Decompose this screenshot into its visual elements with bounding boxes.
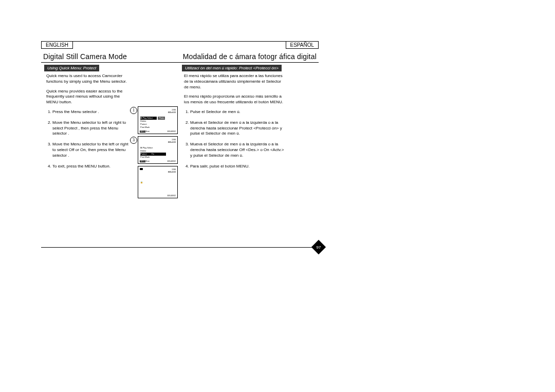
intro-es-2: El menú rápido proporciona un acceso más… <box>184 94 287 105</box>
step-en-4: To exit, press the MENU button. <box>52 164 133 170</box>
lcd-screen-final: 2/46 800x600 🔒 100-0002 <box>138 166 178 198</box>
resolution: 800x600 <box>168 111 176 114</box>
manual-page: ENGLISH ESPAÑOL Digital Still Camera Mod… <box>41 41 319 248</box>
subheading-spanish: Utilizaci ón del men ú rápido: Protect <… <box>182 65 282 71</box>
title-bar: Digital Still Camera Mode Modalidad de c… <box>41 50 319 63</box>
title-english: Digital Still Camera Mode <box>43 52 127 61</box>
steps-spanish: Pulse el Selector de men ú. Mueva el Sel… <box>184 109 287 169</box>
intro-en-1: Quick menu is used to access Camcorder f… <box>46 73 133 85</box>
menu-printmark: Print Mark <box>140 126 176 129</box>
menu-printmark: Print Mark <box>140 156 176 159</box>
file-number: 100-0002 <box>167 194 176 197</box>
step-en-1: Press the Menu selector . <box>52 109 133 115</box>
body-english: Quick menu is used to access Camcorder f… <box>46 73 133 174</box>
lcd-mockups: 1 2/46 800x600 M.Play SelectPhoto Delete… <box>138 106 179 200</box>
battery-icon <box>140 168 143 170</box>
lock-icon: 🔒 <box>140 181 143 183</box>
intro-en-2: Quick menu provides easier access to the… <box>46 89 133 105</box>
body-spanish: El menú rápido se utiliza para acceder a… <box>184 73 287 174</box>
menu-photo: Photo <box>158 117 165 120</box>
file-number: 100-0002 <box>167 130 176 133</box>
language-label-english: ENGLISH <box>41 41 73 49</box>
resolution: 800x600 <box>168 141 176 143</box>
menu-badge: MENU <box>140 130 145 133</box>
page-number-badge: 97 <box>311 240 326 254</box>
step-marker-3: 3 <box>130 137 137 144</box>
subheading-english: Using Quick Menu: Protect <box>44 65 99 71</box>
exit-label: Exit <box>146 160 150 162</box>
step-es-3: Mueva el Selector de men ú a la izquierd… <box>190 142 287 158</box>
lcd-screen-1: 1 2/46 800x600 M.Play SelectPhoto Delete… <box>138 106 178 134</box>
page-number: 97 <box>317 245 321 250</box>
lcd-screen-3: 3 2/46 800x600 M.Play Select Delete Prot… <box>138 136 178 164</box>
steps-english: Press the Menu selector . Move the Menu … <box>46 109 133 169</box>
step-en-2: Move the Menu selector to left or right … <box>52 120 133 137</box>
step-es-4: Para salir, pulse el botón MENU. <box>190 164 287 170</box>
step-es-1: Pulse el Selector de men ú. <box>190 109 287 115</box>
resolution: 800x600 <box>168 171 176 173</box>
step-es-2: Mueva el Selector de men ú a la izquierd… <box>190 120 287 137</box>
exit-label: Exit <box>146 130 150 133</box>
step-en-3: Move the Menu selector to the left or ri… <box>52 142 133 158</box>
step-marker-1: 1 <box>130 107 137 114</box>
file-number: 100-0002 <box>167 160 176 162</box>
language-label-spanish: ESPAÑOL <box>286 41 319 49</box>
intro-es-1: El menú rápido se utiliza para acceder a… <box>184 73 287 90</box>
menu-badge: MENU <box>140 160 145 162</box>
title-spanish: Modalidad de c ámara fotogr áfica digita… <box>183 52 317 61</box>
